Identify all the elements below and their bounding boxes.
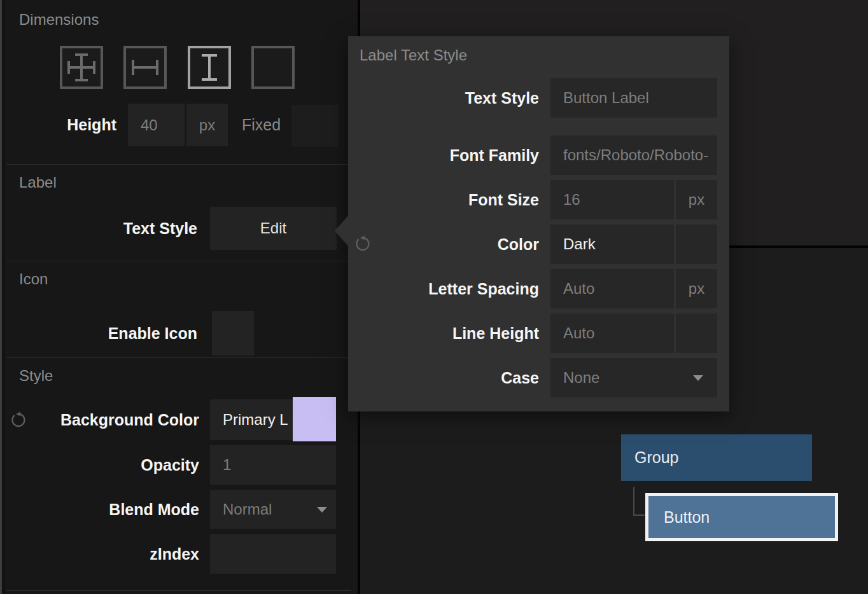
height-label: Height [0, 104, 116, 146]
fixed-checkbox[interactable] [291, 105, 339, 147]
section-divider [6, 590, 351, 591]
group-node-label: Group [621, 448, 678, 467]
blend-mode-label: Blend Mode [0, 490, 199, 529]
text-style-label: Text Style [0, 207, 197, 250]
button-node-label: Button [648, 508, 710, 527]
popup-letter-spacing-label: Letter Spacing [348, 269, 539, 308]
background-color-input[interactable]: Primary L [210, 399, 293, 440]
label-text-style-popup: Label Text Style Text Style Button Label… [348, 36, 729, 411]
background-color-swatch[interactable] [293, 397, 336, 441]
app-window: Dimensions [0, 0, 868, 594]
popup-case-select[interactable]: None [550, 358, 717, 397]
popup-line-height-label: Line Height [348, 314, 539, 353]
popup-font-size-label: Font Size [348, 180, 539, 219]
tree-connector-vertical [633, 487, 634, 516]
blend-mode-select[interactable]: Normal [210, 490, 336, 529]
enable-icon-checkbox[interactable] [212, 311, 254, 356]
popup-font-family-input[interactable]: fonts/Roboto/Roboto- [550, 135, 717, 175]
icon-section-title: Icon [19, 270, 48, 288]
section-divider [6, 164, 351, 165]
tree-connector-horizontal [633, 515, 645, 516]
properties-panel: Dimensions [0, 0, 358, 594]
popup-text-style-input[interactable]: Button Label [550, 78, 717, 118]
opacity-input[interactable]: 1 [210, 445, 336, 485]
popup-font-family-label: Font Family [348, 135, 539, 175]
popup-font-size-unit[interactable]: px [676, 180, 717, 219]
popup-callout-arrow [335, 215, 349, 247]
section-divider [6, 261, 351, 261]
group-node[interactable]: Group [621, 434, 812, 481]
chevron-down-icon [693, 375, 703, 381]
chevron-down-icon [317, 507, 327, 513]
section-divider [6, 357, 351, 358]
label-section-title: Label [19, 174, 57, 191]
dimension-both-axes-icon[interactable] [60, 46, 103, 89]
popup-line-height-unit[interactable] [676, 314, 717, 353]
popup-text-style-label: Text Style [348, 78, 539, 118]
dimension-width-icon[interactable] [123, 46, 167, 89]
popup-color-label: Color [348, 224, 539, 264]
popup-line-height-input[interactable]: Auto [550, 314, 674, 353]
opacity-label: Opacity [0, 445, 199, 485]
popup-letter-spacing-unit[interactable]: px [676, 269, 717, 308]
popup-color-input[interactable]: Dark [550, 224, 674, 264]
zindex-input[interactable] [210, 534, 336, 574]
dimension-height-icon[interactable] [188, 46, 231, 89]
height-input[interactable]: 40 [128, 104, 185, 146]
edit-text-style-button[interactable]: Edit [210, 207, 337, 250]
popup-letter-spacing-input[interactable]: Auto [550, 269, 674, 308]
zindex-label: zIndex [0, 534, 199, 574]
popup-case-label: Case [348, 358, 539, 397]
button-node[interactable]: Button [645, 493, 838, 541]
enable-icon-label: Enable Icon [0, 311, 197, 356]
popup-font-size-input[interactable]: 16 [550, 180, 674, 219]
popup-color-swatch[interactable] [676, 224, 717, 264]
fixed-label: Fixed [242, 104, 281, 146]
dimension-none-icon[interactable] [251, 46, 295, 89]
style-section-title: Style [19, 367, 53, 385]
popup-title: Label Text Style [360, 46, 467, 64]
dimensions-section-title: Dimensions [19, 11, 99, 29]
height-unit[interactable]: px [186, 104, 228, 146]
background-color-label: Background Color [0, 399, 199, 440]
